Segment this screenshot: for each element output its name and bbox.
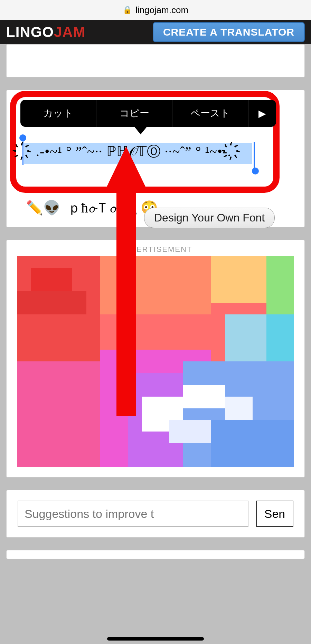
advertisement-card: ADVERTISEMENT bbox=[6, 240, 305, 477]
generated-text-2-row[interactable]: ✏️👽 ｐħ𝓸Ｔ𝓸 ♟️😳 bbox=[26, 198, 158, 217]
emoji-prefix: ✏️👽 bbox=[26, 200, 60, 216]
generated-text-1: ҉ .-•~¹ ° ”ˆ~·· ℙℍ𝒪𝕋Ⓞ ··~ˆ” ° ¹~•-. ҉ bbox=[22, 138, 253, 163]
svg-rect-4 bbox=[17, 291, 86, 315]
home-indicator-icon[interactable] bbox=[107, 637, 204, 641]
svg-rect-17 bbox=[225, 397, 253, 420]
context-menu-copy[interactable]: コピー bbox=[96, 100, 172, 127]
ios-context-menu: カット コピー ペースト ▶ bbox=[20, 100, 276, 127]
output-card: カット コピー ペースト ▶ ҉ .-•~¹ ° ”ˆ~·· ℙℍ𝒪𝕋Ⓞ ··~… bbox=[6, 90, 305, 227]
input-card[interactable] bbox=[6, 44, 305, 77]
context-menu-cut[interactable]: カット bbox=[20, 100, 96, 127]
selection-handle-right[interactable] bbox=[254, 142, 255, 169]
svg-rect-9 bbox=[225, 314, 266, 361]
send-button[interactable]: Sen bbox=[256, 501, 293, 527]
ad-image[interactable] bbox=[17, 256, 294, 467]
next-card-peek bbox=[6, 550, 305, 559]
lock-icon: 🔒 bbox=[123, 6, 132, 15]
svg-rect-7 bbox=[266, 256, 294, 314]
generated-text-2: ｐħ𝓸Ｔ𝓸 bbox=[67, 198, 116, 217]
svg-rect-10 bbox=[17, 361, 100, 467]
design-your-own-font-button[interactable]: Design Your Own Font bbox=[144, 208, 275, 228]
site-header: LINGOJAM CREATE A TRANSLATOR bbox=[0, 20, 311, 44]
context-menu-more[interactable]: ▶ bbox=[248, 100, 276, 127]
svg-rect-18 bbox=[169, 420, 211, 443]
create-translator-button[interactable]: CREATE A TRANSLATOR bbox=[153, 22, 305, 42]
selection-dot-icon bbox=[252, 168, 259, 174]
selected-text-region[interactable]: ҉ .-•~¹ ° ”ˆ~·· ℙℍ𝒪𝕋Ⓞ ··~ˆ” ° ¹~•-. ҉ bbox=[22, 138, 253, 165]
svg-rect-3 bbox=[31, 268, 72, 291]
suggestion-input[interactable] bbox=[18, 501, 248, 527]
svg-rect-16 bbox=[183, 385, 225, 408]
site-logo[interactable]: LINGOJAM bbox=[6, 24, 86, 40]
context-menu-pointer-icon bbox=[134, 127, 147, 134]
logo-text-jam: JAM bbox=[54, 24, 86, 40]
url-text: lingojam.com bbox=[135, 5, 188, 16]
svg-rect-6 bbox=[211, 256, 266, 303]
ad-label: ADVERTISEMENT bbox=[17, 245, 294, 254]
context-menu-paste[interactable]: ペースト bbox=[172, 100, 248, 127]
logo-text-lingo: LINGO bbox=[6, 24, 54, 40]
browser-address-bar: 🔒 lingojam.com bbox=[0, 0, 311, 20]
svg-rect-5 bbox=[100, 256, 211, 314]
svg-rect-14 bbox=[211, 420, 294, 467]
suggestion-card: Sen bbox=[6, 490, 305, 538]
